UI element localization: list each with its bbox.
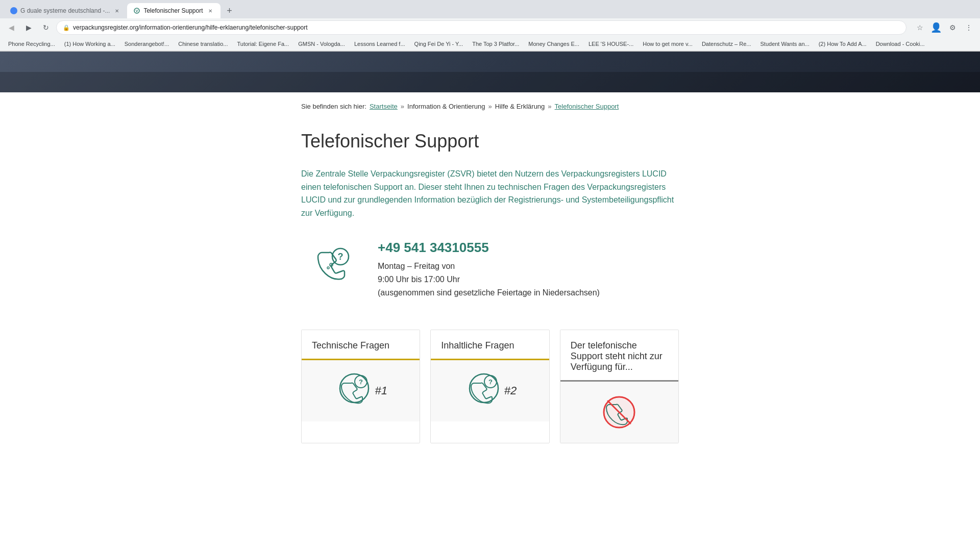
bookmark-1[interactable]: Phone Recycling... <box>4 40 59 48</box>
browser-chrome: G duale systeme deutschland -... ✕ V Tel… <box>0 0 980 52</box>
breadcrumb-current[interactable]: Telefonischer Support <box>555 103 619 110</box>
card3-header: Der telefonische Support steht nicht zur… <box>560 330 678 382</box>
breadcrumb-info: Information & Orientierung <box>407 103 485 110</box>
profile-button[interactable]: 👤 <box>929 20 943 35</box>
main-content: Sie befinden sich hier: Startseite » Inf… <box>209 92 771 443</box>
bookmark-12[interactable]: How to get more v... <box>639 40 697 48</box>
cards-section: Technische Fragen ? #1 Inhaltliche Frage… <box>301 330 679 443</box>
card1-body: ? #1 <box>302 360 420 421</box>
card3-body <box>560 382 678 443</box>
breadcrumb-sep3: » <box>548 103 551 110</box>
lock-icon: 🔒 <box>63 24 70 31</box>
bookmark-3[interactable]: Sonderangebot!... <box>120 40 173 48</box>
phone-section: ? +49 541 34310555 Montag – Freitag von … <box>306 240 679 299</box>
tab2-label: Telefonischer Support <box>143 7 203 14</box>
bookmark-14[interactable]: Student Wants an... <box>756 40 814 48</box>
tab1-favicon <box>10 7 17 14</box>
bookmark-11[interactable]: LEE 'S HOUSE-... <box>584 40 638 48</box>
phone-number: +49 541 34310555 <box>378 240 600 256</box>
tab1-close[interactable]: ✕ <box>113 7 121 15</box>
phone-line3: (ausgenommen sind gesetzliche Feiertage … <box>378 288 600 297</box>
tab2-favicon-svg: V <box>134 8 140 14</box>
phone-question-icon: ? <box>309 242 355 288</box>
card2-badge: #2 <box>504 384 517 397</box>
address-bar: ◀ ▶ ↻ 🔒 verpackungsregister.org/informat… <box>0 18 980 37</box>
card1-header: Technische Fragen <box>302 330 420 360</box>
extension-button[interactable]: ⚙ <box>945 20 960 35</box>
breadcrumb-startseite[interactable]: Startseite <box>370 103 398 110</box>
card-technische-fragen: Technische Fragen ? #1 <box>301 330 420 443</box>
more-button[interactable]: ⋮ <box>962 20 976 35</box>
card1-badge: #1 <box>375 384 387 397</box>
breadcrumb: Sie befinden sich hier: Startseite » Inf… <box>301 92 679 115</box>
url-text: verpackungsregister.org/information-orie… <box>73 24 308 31</box>
tab2-favicon: V <box>133 7 140 14</box>
no-phone-icon <box>599 392 640 433</box>
card2-header: Inhaltliche Fragen <box>431 330 549 360</box>
page-title: Telefonischer Support <box>301 131 679 152</box>
svg-point-5 <box>327 267 329 269</box>
card1-phone-icon: ? <box>334 370 375 411</box>
breadcrumb-sep1: » <box>401 103 404 110</box>
reload-button[interactable]: ↻ <box>39 20 53 35</box>
phone-hours: Montag – Freitag von 9:00 Uhr bis 17:00 … <box>378 260 600 299</box>
url-bar[interactable]: 🔒 verpackungsregister.org/information-or… <box>56 20 906 35</box>
bookmark-8[interactable]: Qing Fei De Yi - Y... <box>410 40 468 48</box>
card-inhaltliche-fragen: Inhaltliche Fragen ? #2 <box>430 330 549 443</box>
back-button[interactable]: ◀ <box>4 20 18 35</box>
tab2-close[interactable]: ✕ <box>206 7 214 15</box>
tab-inactive-1[interactable]: G duale systeme deutschland -... ✕ <box>4 3 127 18</box>
phone-line2: 9:00 Uhr bis 17:00 Uhr <box>378 275 460 284</box>
svg-text:?: ? <box>338 252 344 262</box>
browser-actions: ☆ 👤 ⚙ ⋮ <box>913 20 976 35</box>
forward-button[interactable]: ▶ <box>21 20 36 35</box>
tab-bar: G duale systeme deutschland -... ✕ V Tel… <box>0 0 980 18</box>
phone-icon-container: ? <box>306 240 357 291</box>
card2-phone-icon: ? <box>463 370 504 411</box>
bookmarks-bar: Phone Recycling... (1) How Working a... … <box>0 37 980 51</box>
breadcrumb-hilfe: Hilfe & Erklärung <box>495 103 545 110</box>
bookmark-15[interactable]: (2) How To Add A... <box>815 40 871 48</box>
bookmark-5[interactable]: Tutorial: Eigene Fa... <box>233 40 293 48</box>
bookmark-10[interactable]: Money Changes E... <box>524 40 583 48</box>
bookmark-16[interactable]: Download - Cooki... <box>872 40 929 48</box>
card2-body: ? #2 <box>431 360 549 421</box>
bookmark-2[interactable]: (1) How Working a... <box>60 40 119 48</box>
bookmark-6[interactable]: GMSN - Vologda... <box>294 40 349 48</box>
svg-text:V: V <box>136 9 138 13</box>
phone-line1: Montag – Freitag von <box>378 262 455 270</box>
tab-active-2[interactable]: V Telefonischer Support ✕ <box>127 3 220 18</box>
svg-point-6 <box>340 374 369 403</box>
breadcrumb-prefix: Sie befinden sich hier: <box>301 103 366 110</box>
header-image <box>0 52 980 92</box>
card-not-available: Der telefonische Support steht nicht zur… <box>560 330 679 443</box>
bookmark-star-button[interactable]: ☆ <box>913 20 927 35</box>
breadcrumb-sep2: » <box>488 103 492 110</box>
svg-text:?: ? <box>359 378 363 386</box>
phone-details: +49 541 34310555 Montag – Freitag von 9:… <box>378 240 600 299</box>
svg-text:?: ? <box>488 378 493 386</box>
new-tab-button[interactable]: + <box>223 4 237 18</box>
intro-text: Die Zentrale Stelle Verpackungsregister … <box>301 167 679 219</box>
bookmark-13[interactable]: Datenschutz – Re... <box>698 40 755 48</box>
bookmark-9[interactable]: The Top 3 Platfor... <box>468 40 523 48</box>
svg-point-9 <box>470 374 498 403</box>
tab1-label: G duale systeme deutschland -... <box>20 7 110 14</box>
bookmark-4[interactable]: Chinese translatio... <box>174 40 232 48</box>
bookmark-7[interactable]: Lessons Learned f... <box>350 40 409 48</box>
